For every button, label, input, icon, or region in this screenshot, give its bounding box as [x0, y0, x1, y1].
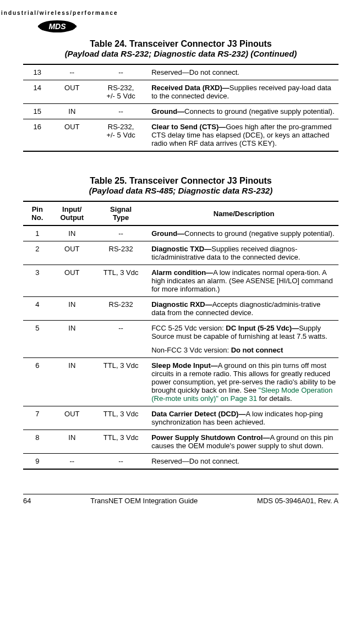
pin-cell: 8: [23, 430, 52, 454]
table24-subtitle: (Payload data RS-232; Diagnostic data RS…: [23, 49, 338, 58]
desc-bold: Do not connect: [231, 346, 283, 354]
desc-cell: Ground—Connects to ground (negative supp…: [149, 104, 338, 119]
sig-cell: TTL, 3 Vdc: [92, 265, 149, 297]
pin-cell: 5: [23, 321, 52, 358]
doc-id: MDS 05-3946A01, Rev. A: [257, 497, 338, 505]
svg-point-1: [38, 25, 40, 27]
table24-title: Table 24. Transceiver Connector J3 Pinou…: [23, 39, 338, 49]
io-cell: OUT: [52, 119, 92, 152]
desc-cell: Power Supply Shutdown Control—A ground o…: [149, 430, 338, 454]
io-cell: IN: [52, 321, 92, 358]
pin-cell: 9: [23, 454, 52, 470]
svg-point-2: [74, 25, 77, 27]
desc-cell: Data Carrier Detect (DCD)—A low indicate…: [149, 406, 338, 430]
table-row: 2 OUT RS-232 Diagnostic TXD—Supplies rec…: [23, 241, 338, 265]
sig-cell: RS-232: [92, 297, 149, 321]
desc-cell: Alarm condition—A low indicates normal o…: [149, 265, 338, 297]
desc-bold: Data Carrier Detect (DCD)—: [151, 410, 245, 418]
sig-cell: --: [92, 321, 149, 358]
mds-logo: MDS: [37, 19, 338, 34]
desc-bold: Sleep Mode Input—: [151, 361, 218, 370]
desc-text: FCC 5-25 Vdc version:: [151, 324, 226, 332]
io-cell: IN: [52, 225, 92, 241]
pin-cell: 13: [23, 64, 52, 80]
io-cell: --: [52, 64, 92, 80]
sig-cell: TTL, 3 Vdc: [92, 430, 149, 454]
table-row: 3 OUT TTL, 3 Vdc Alarm condition—A low i…: [23, 265, 338, 297]
header-pin: Pin No.: [23, 201, 52, 225]
pin-cell: 2: [23, 241, 52, 265]
desc-bold: Received Data (RXD)—: [151, 84, 230, 92]
table-row: 15 IN -- Ground—Connects to ground (nega…: [23, 104, 338, 119]
sig-cell: --: [92, 225, 149, 241]
header-strip: industrial/wireless/performance: [1, 10, 338, 16]
desc-text: Connects to ground (negative supply pote…: [184, 107, 334, 115]
sig-cell: RS-232: [92, 241, 149, 265]
desc-cell: Received Data (RXD)—Supplies received pa…: [149, 80, 338, 104]
pin-cell: 15: [23, 104, 52, 119]
table-row: 5 IN -- FCC 5-25 Vdc version: DC Input (…: [23, 321, 338, 358]
table-row: 4 IN RS-232 Diagnostic RXD—Accepts diagn…: [23, 297, 338, 321]
io-cell: IN: [52, 430, 92, 454]
header-sig: Signal Type: [92, 201, 149, 225]
table25-title: Table 25. Transceiver Connector J3 Pinou…: [23, 176, 338, 186]
pin-cell: 4: [23, 297, 52, 321]
sig-cell: --: [92, 104, 149, 119]
header-io: Input/ Output: [52, 201, 92, 225]
desc-cell: Diagnostic RXD—Accepts diagnostic/admini…: [149, 297, 338, 321]
table25: Pin No. Input/ Output Signal Type Name/D…: [23, 201, 338, 470]
desc-cell: Diagnostic TXD—Supplies received diagnos…: [149, 241, 338, 265]
desc-bold: Ground—: [151, 107, 184, 115]
table-row: 8 IN TTL, 3 Vdc Power Supply Shutdown Co…: [23, 430, 338, 454]
sig-cell: RS-232, +/- 5 Vdc: [92, 119, 149, 152]
table-row: 6 IN TTL, 3 Vdc Sleep Mode Input—A groun…: [23, 358, 338, 406]
sig-cell: TTL, 3 Vdc: [92, 406, 149, 430]
desc-cell: Sleep Mode Input—A ground on this pin tu…: [149, 358, 338, 406]
desc-text: Reserved—Do not connect.: [151, 457, 239, 465]
pin-cell: 16: [23, 119, 52, 152]
desc-bold: Diagnostic RXD—: [151, 300, 212, 309]
pin-cell: 6: [23, 358, 52, 406]
sig-cell: --: [92, 64, 149, 80]
desc-cell: Reserved—Do not connect.: [149, 64, 338, 80]
table-row: 7 OUT TTL, 3 Vdc Data Carrier Detect (DC…: [23, 406, 338, 430]
desc-bold: Diagnostic TXD—: [151, 245, 211, 253]
guide-title: TransNET OEM Integration Guide: [90, 497, 198, 505]
pin-cell: 1: [23, 225, 52, 241]
desc-cell: Clear to Send (CTS)—Goes high after the …: [149, 119, 338, 152]
svg-text:MDS: MDS: [48, 22, 66, 31]
desc-text: Connects to ground (negative supply pote…: [184, 229, 334, 238]
desc-text: for details.: [257, 394, 292, 403]
io-cell: OUT: [52, 241, 92, 265]
table-row: 14 OUT RS-232, +/- 5 Vdc Received Data (…: [23, 80, 338, 104]
desc-text: Non-FCC 3 Vdc version:: [151, 346, 231, 354]
header-desc: Name/Description: [149, 201, 338, 225]
table24: 13 -- -- Reserved—Do not connect. 14 OUT…: [23, 64, 338, 152]
desc-cell: Ground—Connects to ground (negative supp…: [149, 225, 338, 241]
io-cell: OUT: [52, 406, 92, 430]
page: industrial/wireless/performance MDS Tabl…: [0, 0, 355, 515]
io-cell: OUT: [52, 265, 92, 297]
table-row: 16 OUT RS-232, +/- 5 Vdc Clear to Send (…: [23, 119, 338, 152]
io-cell: OUT: [52, 80, 92, 104]
table-row: 13 -- -- Reserved—Do not connect.: [23, 64, 338, 80]
sig-cell: --: [92, 454, 149, 470]
page-footer: 64 TransNET OEM Integration Guide MDS 05…: [23, 494, 338, 505]
pin-cell: 14: [23, 80, 52, 104]
table-header-row: Pin No. Input/ Output Signal Type Name/D…: [23, 201, 338, 225]
io-cell: IN: [52, 358, 92, 406]
table25-subtitle: (Payload data RS-485; Diagnostic data RS…: [23, 186, 338, 195]
desc-bold: Clear to Send (CTS)—: [151, 123, 226, 131]
sig-cell: TTL, 3 Vdc: [92, 358, 149, 406]
io-cell: IN: [52, 104, 92, 119]
desc-text: Reserved—Do not connect.: [151, 68, 239, 76]
io-cell: --: [52, 454, 92, 470]
desc-bold: DC Input (5-25 Vdc)—: [226, 324, 299, 332]
desc-bold: Ground—: [151, 229, 184, 238]
desc-cell: Reserved—Do not connect.: [149, 454, 338, 470]
desc-bold: Alarm condition—: [151, 268, 213, 277]
table-row: 1 IN -- Ground—Connects to ground (negat…: [23, 225, 338, 241]
io-cell: IN: [52, 297, 92, 321]
desc-bold: Power Supply Shutdown Control—: [151, 433, 270, 442]
pin-cell: 3: [23, 265, 52, 297]
